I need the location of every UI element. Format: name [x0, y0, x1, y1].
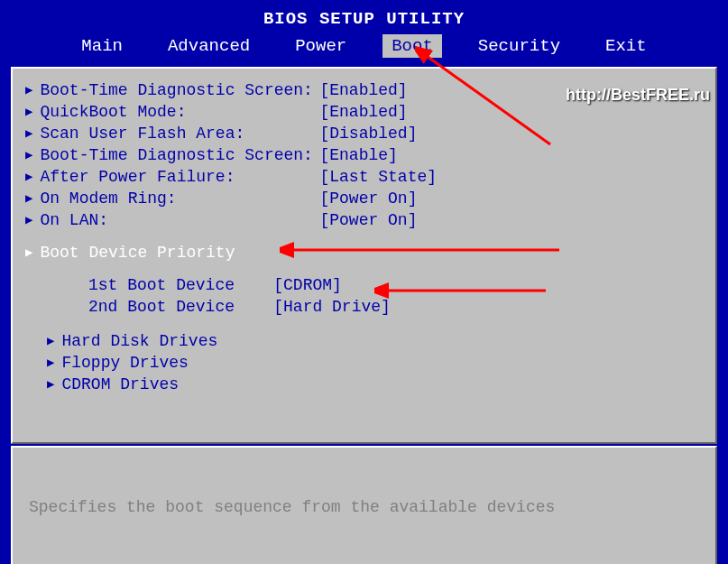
- arrow-icon: ▶: [47, 330, 54, 352]
- option-modem-ring[interactable]: ▶ On Modem Ring: [Power On]: [25, 188, 703, 209]
- tab-security[interactable]: Security: [469, 34, 569, 58]
- option-scan-flash[interactable]: ▶ Scan User Flash Area: [Disabled]: [25, 123, 703, 144]
- help-panel: Specifies the boot sequence from the ava…: [11, 446, 717, 564]
- boot-device-priority[interactable]: ▶ Boot Device Priority: [25, 240, 703, 265]
- arrow-icon: ▶: [25, 166, 32, 188]
- tab-advanced[interactable]: Advanced: [159, 34, 259, 58]
- first-boot-device[interactable]: 1st Boot Device [CDROM]: [25, 274, 703, 296]
- second-boot-device[interactable]: 2nd Boot Device [Hard Drive]: [25, 296, 703, 318]
- tab-bar: Main Advanced Power Boot Security Exit: [4, 31, 724, 65]
- arrow-icon: ▶: [25, 240, 32, 265]
- arrow-icon: ▶: [47, 352, 54, 374]
- option-power-failure[interactable]: ▶ After Power Failure: [Last State]: [25, 166, 703, 188]
- hard-disk-drives[interactable]: ▶ Hard Disk Drives: [25, 330, 703, 352]
- option-on-lan[interactable]: ▶ On LAN: [Power On]: [25, 209, 703, 231]
- tab-exit[interactable]: Exit: [596, 34, 656, 58]
- arrow-icon: ▶: [25, 188, 32, 209]
- arrow-icon: ▶: [25, 123, 32, 144]
- watermark: http://BestFREE.ru: [566, 86, 710, 105]
- tab-boot[interactable]: Boot: [382, 34, 442, 58]
- option-boot-time-diag-2[interactable]: ▶ Boot-Time Diagnostic Screen: [Enable]: [25, 144, 703, 166]
- bios-title: BIOS SETUP UTILITY: [4, 4, 724, 31]
- arrow-icon: ▶: [25, 144, 32, 166]
- tab-main[interactable]: Main: [72, 34, 132, 58]
- tab-power[interactable]: Power: [286, 34, 355, 58]
- arrow-icon: ▶: [25, 101, 32, 123]
- cdrom-drives[interactable]: ▶ CDROM Drives: [25, 374, 703, 395]
- arrow-icon: ▶: [25, 79, 32, 101]
- arrow-icon: ▶: [25, 209, 32, 231]
- floppy-drives[interactable]: ▶ Floppy Drives: [25, 352, 703, 374]
- help-description: Specifies the boot sequence from the ava…: [29, 496, 699, 518]
- arrow-icon: ▶: [47, 374, 54, 395]
- content-panel: ▶ Boot-Time Diagnostic Screen: [Enabled]…: [11, 67, 717, 444]
